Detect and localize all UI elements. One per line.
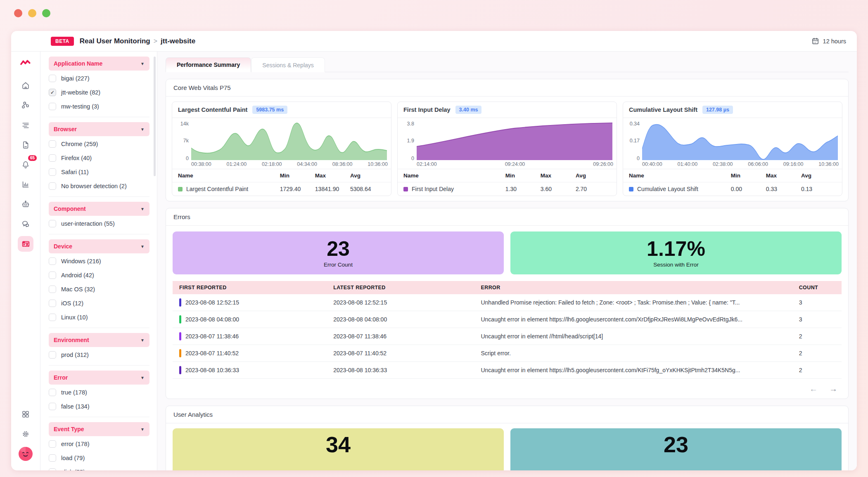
- bell-icon: [21, 160, 30, 169]
- filter-checkbox-item[interactable]: false (134): [49, 400, 149, 413]
- checkbox[interactable]: [49, 314, 56, 321]
- nav-dashboards[interactable]: [18, 177, 33, 192]
- filter-checkbox-item[interactable]: Android (42): [49, 269, 149, 281]
- error-table-row[interactable]: 2023-08-08 10:36:33 2023-08-08 10:36:33 …: [173, 362, 842, 379]
- filter-section-header[interactable]: Environment ▼: [49, 333, 149, 347]
- checkbox[interactable]: [49, 351, 56, 359]
- cls-area-chart: [642, 122, 838, 160]
- filter-item-label: load (79): [61, 455, 85, 461]
- filter-section-header[interactable]: Browser ▼: [49, 122, 149, 136]
- checkbox[interactable]: [49, 286, 56, 293]
- col-avg: Avg: [350, 172, 385, 179]
- next-page-arrow[interactable]: →: [829, 384, 837, 394]
- filter-checkbox-item[interactable]: Firefox (40): [49, 152, 149, 164]
- nav-alerts[interactable]: 65: [18, 157, 33, 172]
- filter-checkbox-item[interactable]: user-interaction (55): [49, 217, 149, 230]
- checkbox[interactable]: ✓: [49, 89, 56, 96]
- filter-section-title: Device: [54, 243, 72, 250]
- filter-checkbox-item[interactable]: Linux (10): [49, 311, 149, 324]
- checkbox[interactable]: [49, 389, 56, 396]
- cell-count: 3: [799, 299, 835, 306]
- tab-sessions-replays[interactable]: Sessions & Replays: [251, 57, 325, 72]
- fid-card: First Input Delay 3.40 ms 3.81.90: [397, 102, 617, 196]
- filter-checkbox-item[interactable]: Chrome (259): [49, 138, 149, 150]
- checkbox[interactable]: [49, 75, 56, 82]
- prev-page-arrow[interactable]: ←: [809, 384, 818, 394]
- cell-count: 3: [799, 316, 835, 323]
- tab-performance-summary[interactable]: Performance Summary: [166, 57, 251, 72]
- filter-section-header[interactable]: Device ▼: [49, 239, 149, 253]
- bar-chart-icon: [21, 180, 30, 189]
- filter-section-title: Error: [54, 374, 68, 381]
- checkbox[interactable]: [49, 140, 56, 148]
- col-max: Max: [541, 172, 576, 179]
- filter-checkbox-item[interactable]: mw-testing (3): [49, 100, 149, 113]
- filter-checkbox-item[interactable]: Windows (216): [49, 255, 149, 267]
- maximize-window-button[interactable]: [42, 9, 50, 17]
- lcp-p75-badge: 5983.75 ms: [252, 106, 287, 114]
- filter-checkbox-item[interactable]: No browser detection (2): [49, 180, 149, 192]
- filter-checkbox-item[interactable]: load (79): [49, 452, 149, 464]
- cell-error-message: Script error.: [481, 350, 799, 357]
- filter-section-header[interactable]: Application Name ▼: [49, 57, 149, 71]
- filter-item-label: Chrome (259): [61, 141, 98, 147]
- filter-section-header[interactable]: Component ▼: [49, 202, 149, 216]
- filter-scrollbar[interactable]: [154, 57, 156, 176]
- error-table-row[interactable]: 2023-08-07 11:38:46 2023-08-07 11:38:46 …: [173, 328, 842, 345]
- cls-series-name: Cumulative Layout Shift: [637, 186, 698, 192]
- x-tick-label: 02:18:00: [262, 161, 282, 167]
- error-table-row[interactable]: 2023-08-07 11:40:52 2023-08-07 11:40:52 …: [173, 345, 842, 362]
- close-window-button[interactable]: [14, 9, 22, 17]
- filter-checkbox-item[interactable]: Mac OS (32): [49, 283, 149, 295]
- filter-checkbox-item[interactable]: ✓ jtt-website (82): [49, 86, 149, 99]
- nav-apps[interactable]: [18, 406, 33, 422]
- lcp-legend-swatch: [178, 187, 183, 191]
- alert-count-badge: 65: [28, 155, 37, 161]
- checkbox[interactable]: [49, 220, 56, 227]
- cell-first-reported: 2023-08-08 04:08:00: [185, 316, 239, 323]
- filter-checkbox-item[interactable]: prod (312): [49, 349, 149, 361]
- minimize-window-button[interactable]: [28, 9, 36, 17]
- user-avatar[interactable]: [18, 446, 33, 462]
- nav-home[interactable]: [18, 78, 33, 93]
- lcp-card-title: Largest Contentful Paint: [178, 106, 247, 113]
- checkbox[interactable]: [49, 300, 56, 307]
- nav-bot[interactable]: [18, 196, 33, 212]
- nav-settings[interactable]: [18, 426, 33, 442]
- nav-services[interactable]: [18, 97, 33, 113]
- nav-traces[interactable]: [18, 137, 33, 153]
- checkbox[interactable]: [49, 454, 56, 462]
- checkbox[interactable]: [49, 272, 56, 279]
- filter-section-title: Environment: [54, 337, 89, 343]
- filter-checkbox-item[interactable]: Safari (11): [49, 166, 149, 178]
- filter-checkbox-item[interactable]: true (178): [49, 386, 149, 399]
- checkbox[interactable]: [49, 468, 56, 470]
- filter-item-list: prod (312): [49, 349, 149, 361]
- filter-section-header[interactable]: Event Type ▼: [49, 422, 149, 436]
- filter-checkbox-item[interactable]: bigai (227): [49, 72, 149, 85]
- chevron-down-icon: ▼: [140, 207, 145, 211]
- error-table-row[interactable]: 2023-08-08 04:08:00 2023-08-08 04:08:00 …: [173, 311, 842, 328]
- error-table-row[interactable]: 2023-08-08 12:52:15 2023-08-08 12:52:15 …: [173, 294, 842, 311]
- checkbox[interactable]: [49, 257, 56, 265]
- filter-section-header[interactable]: Error ▼: [49, 371, 149, 385]
- nav-rum-active[interactable]: [18, 236, 33, 252]
- filter-checkbox-item[interactable]: error (178): [49, 438, 149, 450]
- filter-checkbox-item[interactable]: click (55): [49, 466, 149, 470]
- lcp-y-axis: 14k7k0: [175, 122, 191, 160]
- col-max: Max: [766, 172, 801, 179]
- checkbox[interactable]: [49, 440, 56, 448]
- x-tick-label: 01:40:00: [677, 161, 697, 167]
- nav-chat[interactable]: [18, 216, 33, 232]
- checkbox[interactable]: [49, 154, 56, 162]
- checkbox[interactable]: [49, 103, 56, 110]
- filter-checkbox-item[interactable]: iOS (12): [49, 297, 149, 309]
- cell-latest-reported: 2023-08-08 12:52:15: [333, 299, 481, 306]
- checkbox[interactable]: [49, 168, 56, 176]
- middleware-logo[interactable]: [19, 57, 32, 66]
- checkbox[interactable]: [49, 403, 56, 410]
- time-range-picker[interactable]: 12 hours: [811, 37, 846, 45]
- nav-logs[interactable]: [18, 117, 33, 133]
- checkbox[interactable]: [49, 182, 56, 190]
- app-header: BETA Real User Monitoring > jtt-website …: [11, 31, 857, 52]
